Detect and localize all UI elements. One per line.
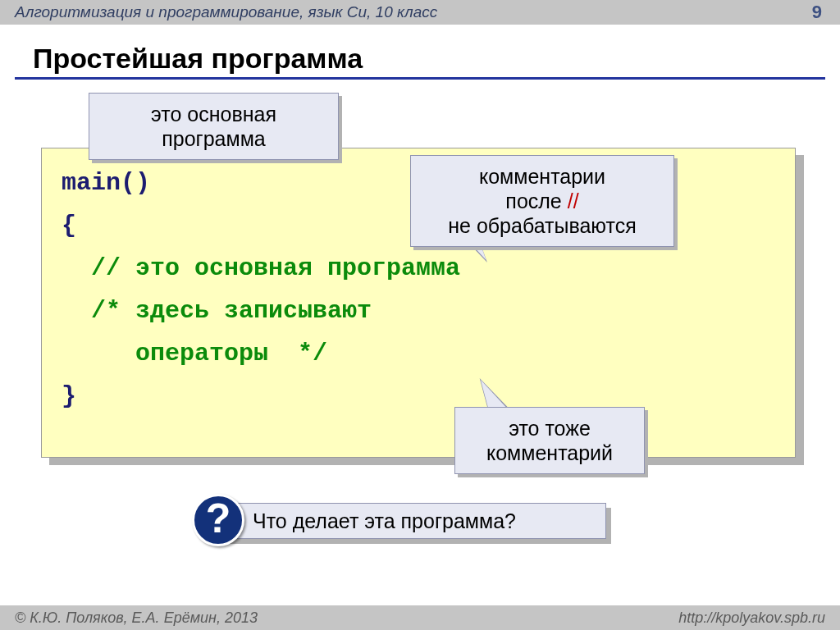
page-title: Простейшая программа bbox=[33, 43, 363, 75]
code-line-3: // это основная программа bbox=[62, 247, 775, 290]
header-title: Алгоритмизация и программирование, язык … bbox=[15, 3, 437, 21]
callout-text: комментарий bbox=[470, 441, 629, 465]
callout-text: после // bbox=[426, 189, 659, 213]
title-underline bbox=[15, 77, 825, 80]
header-bar: Алгоритмизация и программирование, язык … bbox=[0, 0, 840, 25]
question-mark: ? bbox=[206, 498, 231, 539]
code-line-4: /* здесь записывают bbox=[62, 290, 775, 332]
callout-main-program: это основная программа bbox=[89, 93, 339, 160]
question-box: Что делает эта программа? bbox=[222, 503, 606, 539]
question-badge-icon: ? bbox=[192, 494, 244, 546]
slash-token: // bbox=[568, 189, 579, 212]
callout-also-comment: это тоже комментарий bbox=[454, 407, 645, 474]
callout-text: не обрабатываются bbox=[426, 213, 659, 238]
callout-text: комментарии bbox=[426, 164, 659, 189]
footer-url: http://kpolyakov.spb.ru bbox=[678, 609, 825, 627]
question-text: Что делает эта программа? bbox=[253, 509, 516, 533]
code-line-5: операторы */ bbox=[62, 332, 775, 375]
callout-text: это основная программа bbox=[151, 103, 276, 150]
footer-bar: © К.Ю. Поляков, Е.А. Ерёмин, 2013 http:/… bbox=[0, 605, 840, 630]
footer-copyright: © К.Ю. Поляков, Е.А. Ерёмин, 2013 bbox=[15, 609, 258, 627]
callout-comments-slash: комментарии после // не обрабатываются bbox=[410, 155, 674, 247]
page-number: 9 bbox=[812, 2, 822, 23]
callout-text: это тоже bbox=[470, 416, 629, 441]
slide: Алгоритмизация и программирование, язык … bbox=[0, 0, 840, 630]
code-line-6: } bbox=[62, 375, 775, 418]
